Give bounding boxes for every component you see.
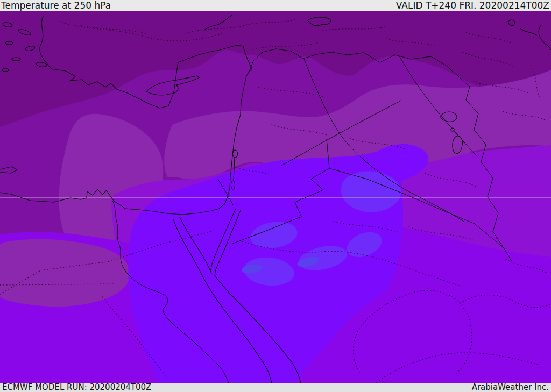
header-bar: Temperature at 250 hPa VALID T+240 FRI. … [0,0,551,11]
weather-map [0,11,551,383]
credit-label: ArabiaWeather Inc. [472,383,549,392]
footer-bar: ECMWF MODEL RUN: 20200204T00Z ArabiaWeat… [0,383,551,392]
valid-time-label: VALID T+240 FRI. 20200214T00Z [396,0,549,11]
model-run-label: ECMWF MODEL RUN: 20200204T00Z [2,383,151,392]
temperature-map-svg [0,11,551,383]
map-title: Temperature at 250 hPa [1,0,111,11]
